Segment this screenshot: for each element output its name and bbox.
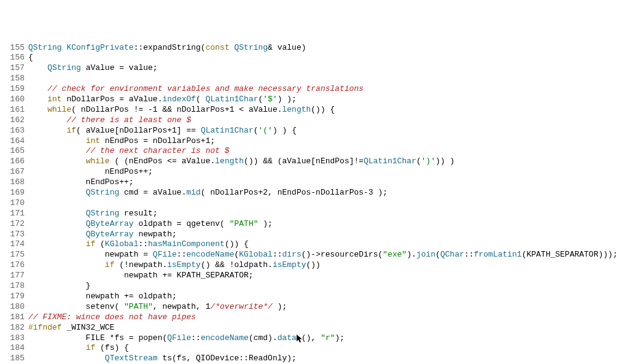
code-token: QLatin1Char [206,95,259,104]
code-token: (), [301,333,321,343]
code-token: ()) { [311,105,335,114]
code-token: nEndPos++; [28,177,134,187]
line-number: 155 [5,43,25,53]
code-token: ( [95,239,105,249]
code-token: ')' [421,157,435,166]
line-number: 159 [5,84,25,95]
code-token: // check for environment variables and m… [47,84,364,93]
code-token: QString [28,43,62,52]
code-token: nEndPos = nDollarPos+1; [100,136,215,145]
code-token: QString [47,63,81,72]
code-token: encodeName [186,250,234,259]
code-token [28,126,66,135]
code-line: 157 QString aValue = value; [5,63,625,74]
code-token: ( nDollarPos+2, nEndPos-nDollarPos-3 ); [201,188,387,197]
code-token: (KPATH_SEPARATOR))); [522,250,618,259]
code-token: ts(fs, QIODevice::ReadOnly); [158,354,297,363]
code-token: ( [435,250,440,259]
code-line: 165 // the next character is not $ [5,146,625,157]
code-token [28,260,105,269]
code-token: length [215,157,244,166]
code-line: 177 newpath += KPATH_SEPARATOR; [5,271,625,281]
code-token: )) ) [435,157,454,166]
code-token: QLatin1Char [201,126,254,135]
code-line: 158 [5,74,625,84]
line-number: 178 [5,281,25,292]
code-token: ); [258,219,272,228]
code-token [28,219,86,228]
code-token [28,354,105,363]
code-token: QString [235,43,268,52]
code-token: QString [86,209,120,218]
line-number: 165 [5,146,25,157]
code-token: isEmpty [167,260,201,269]
mouse-cursor-icon [297,335,301,343]
code-token: newpath = [28,250,153,259]
code-token: (!newpath. [114,260,167,269]
line-number: 172 [5,219,25,230]
code-line: 167 nEndPos++; [5,167,625,177]
code-token: aValue = value; [81,63,158,72]
code-token: (fs) { [95,343,129,352]
code-token: ( [196,95,206,104]
code-token: ( aValue[nDollarPos+1] == [76,126,201,135]
code-line: 174 if (KGlobal::hasMainComponent()) { [5,239,625,250]
code-token: /*overwrite*/ [210,302,272,311]
code-line: 183 FILE *fs = popen(QFile::encodeName(c… [5,333,625,344]
code-token: KGlobal [105,239,139,249]
code-token [230,43,235,52]
code-line: 163 if( aValue[nDollarPos+1] == QLatin1C… [5,126,625,136]
code-token: ( nDollarPos != -1 && nDollarPos+1 < aVa… [71,105,282,114]
code-line: 180 setenv( "PATH", newpath, 1/*overwrit… [5,302,625,312]
line-number: 156 [5,53,25,63]
code-token: ( (nEndPos <= aValue. [110,157,216,166]
code-line: 162 // there is at least one $ [5,115,625,126]
code-token: } [28,281,90,290]
code-token: int [86,136,100,145]
line-number: 162 [5,115,25,126]
line-number: 170 [5,198,25,209]
code-token: ) ); [278,95,297,104]
code-line: 185 QTextStream ts(fs, QIODevice::ReadOn… [5,354,625,364]
code-line: 164 int nEndPos = nDollarPos+1; [5,136,625,147]
code-token: setenv( [28,302,124,311]
code-token: _WIN32_WCE [62,323,115,332]
code-token: KGlobal [239,250,273,259]
code-line: 160 int nDollarPos = aValue.indexOf( QLa… [5,95,625,105]
line-number: 164 [5,136,25,147]
code-line: 169 QString cmd = aValue.mid( nDollarPos… [5,188,625,198]
code-token: QChar [440,250,464,259]
code-token: newpath; [134,230,177,239]
code-token: ); [273,302,287,311]
code-token: if [86,239,96,249]
line-number: 182 [5,323,25,333]
code-viewer: 155QString KConfigPrivate::expandString(… [5,43,625,364]
code-token: QByteArray [86,219,134,228]
code-token: ()->resourceDirs( [301,250,383,259]
code-line: 178 } [5,281,625,292]
code-line: 173 QByteArray newpath; [5,230,625,240]
line-number: 183 [5,333,25,344]
code-token: result; [119,209,157,218]
code-token: while [86,157,110,166]
code-token [28,343,86,352]
code-token [28,63,47,72]
code-token: join [416,250,435,259]
line-number: 174 [5,239,25,250]
line-number: 157 [5,63,25,74]
code-token [28,105,47,114]
line-number: 175 [5,250,25,260]
code-line: 182#ifndef _WIN32_WCE [5,323,625,333]
code-token: '(' [259,126,273,135]
code-token: QByteArray [86,230,134,239]
code-token: // the next character is not $ [86,146,230,155]
code-token: "PATH" [230,219,259,228]
code-line: 179 newpath += oldpath; [5,292,625,302]
code-token: ( [254,126,259,135]
line-number: 171 [5,209,25,219]
code-line: 176 if (!newpath.isEmpty() && !oldpath.i… [5,260,625,271]
line-number: 168 [5,177,25,188]
line-number: 177 [5,271,25,281]
code-token: dirs [282,250,301,259]
code-token: int [47,95,61,104]
